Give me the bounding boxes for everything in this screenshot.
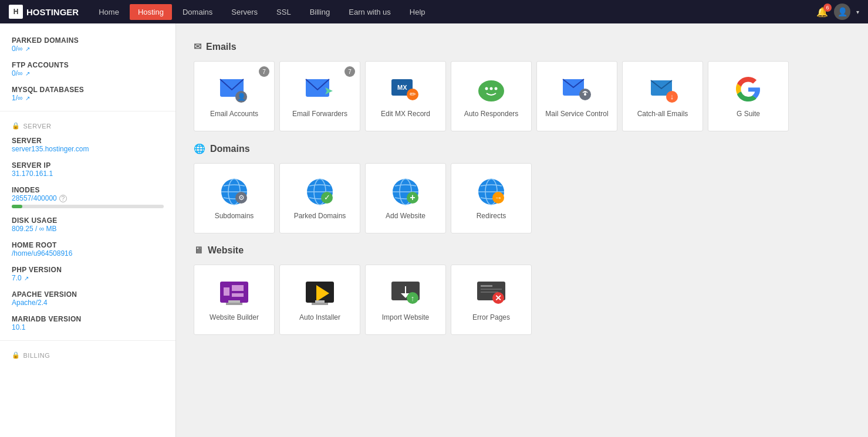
sidebar-server-ip: SERVER IP 31.170.161.1 bbox=[0, 157, 175, 182]
brand-name: HOSTINGER bbox=[26, 7, 79, 17]
svg-text:👤: 👤 bbox=[237, 92, 246, 101]
nav-home[interactable]: Home bbox=[90, 4, 127, 20]
external-link-icon: ↗ bbox=[24, 275, 29, 282]
user-avatar[interactable]: 👤 bbox=[834, 4, 850, 20]
add-website-card[interactable]: + Add Website bbox=[365, 163, 446, 233]
catch-all-emails-label: Catch-all Emails bbox=[637, 110, 688, 118]
mail-service-control-label: Mail Service Control bbox=[545, 110, 608, 118]
edit-mx-record-card[interactable]: MX ✏ Edit MX Record bbox=[365, 61, 446, 131]
svg-point-11 bbox=[490, 87, 493, 90]
nav-earn[interactable]: Earn with us bbox=[340, 4, 399, 20]
svg-text:✏: ✏ bbox=[410, 90, 416, 99]
nav-help[interactable]: Help bbox=[401, 4, 434, 20]
parked-domains-icon: ✓ bbox=[305, 177, 335, 207]
auto-installer-icon bbox=[305, 278, 335, 309]
sidebar-home-root-value[interactable]: /home/u964508916 bbox=[12, 249, 164, 258]
domains-section-title: Domains bbox=[210, 144, 250, 154]
auto-installer-card[interactable]: Auto Installer bbox=[279, 265, 360, 335]
svg-rect-48 bbox=[312, 303, 328, 305]
import-website-icon: ↑ bbox=[390, 278, 421, 309]
website-cards-grid: Website Builder Auto Installer bbox=[194, 265, 850, 335]
sidebar-php-version-value[interactable]: 7.0 ↗ bbox=[12, 274, 164, 282]
brand-logo[interactable]: H HOSTINGER bbox=[9, 5, 79, 19]
add-website-icon: + bbox=[390, 177, 421, 207]
email-forwarders-card[interactable]: 7 Email Forwarders bbox=[279, 61, 360, 131]
svg-rect-44 bbox=[226, 303, 242, 305]
inodes-progress-bar bbox=[12, 205, 164, 208]
sidebar-php-version-label: PHP VERSION bbox=[12, 266, 164, 274]
subdomains-card[interactable]: ⚙ Subdomains bbox=[194, 163, 275, 233]
external-link-icon: ↗ bbox=[25, 46, 30, 52]
redirects-card[interactable]: → Redirects bbox=[451, 163, 532, 233]
avatar-dropdown-caret[interactable]: ▾ bbox=[856, 9, 859, 15]
sidebar-parked-domains-label: PARKED DOMAINS bbox=[12, 36, 164, 45]
inodes-progress-fill bbox=[12, 205, 22, 208]
error-pages-icon: ✕ bbox=[476, 278, 506, 309]
svg-rect-40 bbox=[224, 287, 229, 296]
svg-text:✓: ✓ bbox=[324, 193, 330, 202]
emails-cards-grid: 7 👤 Email Accounts 7 bbox=[194, 61, 850, 131]
nav-domains[interactable]: Domains bbox=[174, 4, 221, 20]
notifications-button[interactable]: 🔔 6 bbox=[816, 6, 828, 18]
sidebar-mariadb-version: MARIADB VERSION 10.1 bbox=[0, 311, 175, 336]
parked-domains-card[interactable]: ✓ Parked Domains bbox=[279, 163, 360, 233]
sidebar-mariadb-version-label: MARIADB VERSION bbox=[12, 315, 164, 323]
nav-ssl[interactable]: SSL bbox=[268, 4, 299, 20]
logo-icon: H bbox=[9, 5, 23, 19]
website-section-title: Website bbox=[208, 245, 244, 256]
auto-responders-card[interactable]: Auto Responders bbox=[451, 61, 532, 131]
main-content: ✉ Emails 7 👤 Email Accounts 7 bbox=[176, 23, 868, 437]
email-accounts-card[interactable]: 7 👤 Email Accounts bbox=[194, 61, 275, 131]
svg-rect-41 bbox=[232, 285, 244, 291]
mail-service-control-icon bbox=[562, 74, 592, 105]
svg-text:→: → bbox=[494, 193, 502, 202]
sidebar-server-value[interactable]: server135.hostinger.com bbox=[12, 145, 164, 153]
parked-domains-label: Parked Domains bbox=[294, 212, 346, 220]
nav-items: Home Hosting Domains Servers SSL Billing… bbox=[90, 4, 816, 20]
sidebar-parked-domains: PARKED DOMAINS 0/∞ ↗ bbox=[0, 32, 175, 57]
import-website-label: Import Website bbox=[382, 313, 429, 321]
sidebar-disk-usage-label: DISK USAGE bbox=[12, 216, 164, 225]
redirects-icon: → bbox=[476, 177, 506, 207]
sidebar-php-version: PHP VERSION 7.0 ↗ bbox=[0, 262, 175, 286]
email-forwarders-icon bbox=[305, 74, 335, 105]
auto-responders-label: Auto Responders bbox=[464, 110, 519, 118]
svg-rect-56 bbox=[481, 289, 502, 290]
website-builder-icon bbox=[219, 278, 249, 309]
svg-rect-47 bbox=[315, 300, 325, 303]
svg-rect-55 bbox=[481, 285, 492, 287]
svg-point-9 bbox=[478, 80, 504, 101]
import-website-card[interactable]: ↑ Import Website bbox=[365, 265, 446, 335]
email-forwarders-label: Email Forwarders bbox=[292, 110, 347, 118]
sidebar-server-ip-value[interactable]: 31.170.161.1 bbox=[12, 170, 164, 178]
sidebar-parked-domains-value[interactable]: 0/∞ ↗ bbox=[12, 45, 164, 53]
sidebar-apache-version-label: APACHE VERSION bbox=[12, 290, 164, 299]
emails-section-title: Emails bbox=[206, 42, 237, 52]
sidebar-home-root-label: HOME ROOT bbox=[12, 241, 164, 249]
external-link-icon: ↗ bbox=[25, 95, 30, 101]
svg-point-10 bbox=[485, 87, 488, 90]
mail-service-control-card[interactable]: Mail Service Control bbox=[536, 61, 617, 131]
add-website-label: Add Website bbox=[386, 212, 425, 220]
sidebar-inodes: INODES 28557/400000 ? bbox=[0, 182, 175, 212]
svg-rect-43 bbox=[228, 300, 240, 303]
sidebar-ftp-value[interactable]: 0/∞ ↗ bbox=[12, 69, 164, 77]
catch-all-emails-card[interactable]: ↓ Catch-all Emails bbox=[622, 61, 703, 131]
g-suite-label: G Suite bbox=[737, 110, 760, 118]
g-suite-card[interactable]: G Suite bbox=[708, 61, 789, 131]
website-builder-card[interactable]: Website Builder bbox=[194, 265, 275, 335]
sidebar-apache-version: APACHE VERSION Apache/2.4 bbox=[0, 286, 175, 311]
email-forwarders-badge: 7 bbox=[345, 66, 355, 77]
nav-servers[interactable]: Servers bbox=[223, 4, 266, 20]
svg-text:↑: ↑ bbox=[411, 294, 415, 303]
help-icon[interactable]: ? bbox=[59, 195, 67, 202]
error-pages-label: Error Pages bbox=[472, 313, 510, 321]
sidebar-mysql-value[interactable]: 1/∞ ↗ bbox=[12, 94, 164, 102]
domains-section-icon: 🌐 bbox=[194, 143, 205, 154]
error-pages-card[interactable]: ✕ Error Pages bbox=[451, 265, 532, 335]
catch-all-emails-icon: ↓ bbox=[647, 74, 678, 105]
nav-hosting[interactable]: Hosting bbox=[130, 4, 172, 20]
nav-billing[interactable]: Billing bbox=[302, 4, 339, 20]
sidebar-disk-usage: DISK USAGE 809.25 / ∞ MB bbox=[0, 212, 175, 237]
website-builder-label: Website Builder bbox=[210, 313, 259, 321]
